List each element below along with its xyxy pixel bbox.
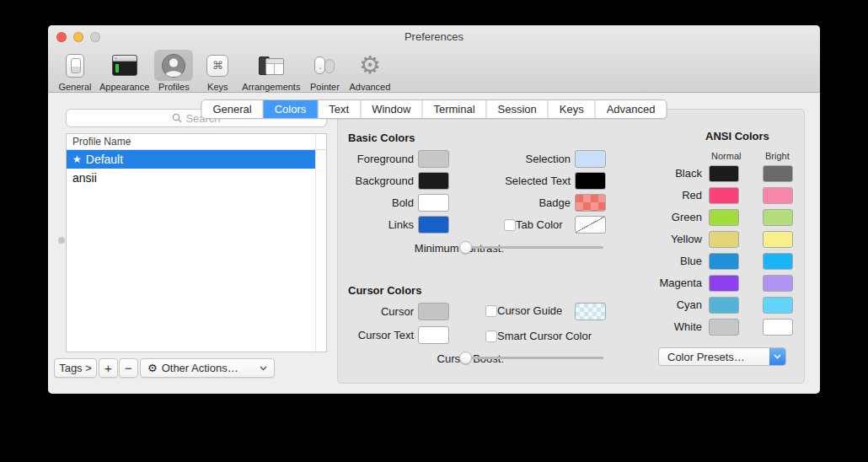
- ansi-black-normal-swatch[interactable]: [709, 165, 739, 182]
- tab-color-checkbox[interactable]: [504, 219, 516, 231]
- cursor-guide-label: Cursor Guide: [497, 304, 571, 317]
- profile-list-scrollbar[interactable]: [315, 134, 326, 352]
- toolbar-item-advanced[interactable]: ⚙ Advanced: [346, 48, 393, 92]
- ansi-color-label: Black: [630, 167, 702, 180]
- chevron-down-icon: [260, 366, 267, 371]
- ansi-normal-header: Normal: [711, 151, 741, 161]
- tab-text[interactable]: Text: [318, 100, 361, 118]
- ansi-yellow-bright-swatch[interactable]: [763, 231, 793, 248]
- window-header: Preferences General × Appearance: [48, 25, 820, 93]
- tab-color-label: Tab Color: [516, 218, 571, 231]
- tags-button[interactable]: Tags >: [54, 358, 97, 378]
- tab-keys[interactable]: Keys: [549, 100, 596, 118]
- tab-content-panel: Basic Colors Foreground Background Bold …: [337, 109, 805, 384]
- slider-knob[interactable]: [459, 352, 472, 364]
- cursor-boost-slider[interactable]: [460, 352, 603, 364]
- foreground-swatch[interactable]: [418, 150, 449, 168]
- chevron-down-icon: [774, 354, 781, 359]
- cursor-guide-checkbox[interactable]: [485, 305, 497, 317]
- ansi-blue-normal-swatch[interactable]: [709, 253, 739, 270]
- screen: Preferences General × Appearance: [0, 0, 868, 462]
- ansi-magenta-bright-swatch[interactable]: [763, 275, 793, 292]
- smart-cursor-checkbox[interactable]: [485, 330, 497, 342]
- tab-colors[interactable]: Colors: [264, 100, 319, 118]
- toolbar-item-keys[interactable]: ⌘ Keys: [196, 48, 239, 92]
- ansi-cyan-normal-swatch[interactable]: [709, 297, 739, 314]
- ansi-white-normal-swatch[interactable]: [709, 319, 739, 336]
- tab-terminal[interactable]: Terminal: [422, 100, 486, 118]
- profile-row[interactable]: ansii: [67, 169, 315, 187]
- star-icon: ★: [72, 150, 82, 169]
- badge-swatch[interactable]: [575, 194, 606, 212]
- foreground-label: Foreground: [342, 153, 414, 165]
- min-contrast-slider[interactable]: [460, 241, 603, 254]
- bold-swatch[interactable]: [418, 194, 449, 212]
- cursor-text-swatch[interactable]: [418, 326, 449, 344]
- ansi-color-label: Green: [630, 211, 702, 223]
- search-icon: [172, 113, 182, 123]
- ansi-red-normal-swatch[interactable]: [709, 187, 739, 204]
- remove-profile-button[interactable]: −: [119, 358, 138, 378]
- other-actions-button[interactable]: ⚙ Other Actions…: [140, 358, 275, 378]
- ansi-blue-bright-swatch[interactable]: [763, 253, 793, 270]
- profile-list: Profile Name ★Defaultansii: [66, 133, 327, 352]
- badge-label: Badge: [482, 196, 571, 209]
- ansi-white-bright-swatch[interactable]: [763, 319, 793, 336]
- bold-label: Bold: [342, 196, 414, 209]
- keys-command-icon: ⌘: [206, 55, 228, 77]
- cursor-text-label: Cursor Text: [342, 329, 414, 341]
- toolbar-item-arrangements[interactable]: Arrangements: [239, 48, 303, 92]
- ansi-bright-header: Bright: [765, 151, 790, 161]
- ansi-green-bright-swatch[interactable]: [763, 209, 793, 226]
- basic-colors-title: Basic Colors: [348, 132, 415, 144]
- tab-color-swatch[interactable]: [575, 216, 606, 234]
- toolbar-item-appearance[interactable]: × Appearance: [97, 48, 152, 92]
- ansi-cyan-bright-swatch[interactable]: [763, 297, 793, 314]
- toolbar: General × Appearance: [53, 48, 820, 92]
- cursor-colors-title: Cursor Colors: [348, 284, 421, 297]
- ansi-colors-title: ANSI Colors: [705, 130, 769, 142]
- selected-text-label: Selected Text: [482, 175, 571, 187]
- ansi-red-bright-swatch[interactable]: [763, 187, 793, 204]
- ansi-magenta-normal-swatch[interactable]: [709, 275, 739, 292]
- toolbar-item-pointer[interactable]: Pointer: [303, 48, 346, 92]
- appearance-window-icon: ×: [112, 55, 137, 76]
- ansi-color-label: Yellow: [630, 233, 702, 245]
- add-profile-button[interactable]: +: [99, 358, 118, 378]
- selected-text-swatch[interactable]: [575, 172, 606, 190]
- tab-advanced[interactable]: Advanced: [596, 100, 667, 118]
- slider-knob[interactable]: [459, 241, 472, 254]
- profile-list-header: Profile Name: [67, 134, 326, 150]
- profiles-person-icon: [161, 53, 186, 78]
- selection-swatch[interactable]: [575, 150, 606, 168]
- links-label: Links: [342, 218, 414, 231]
- profile-row[interactable]: ★Default: [67, 150, 315, 169]
- links-swatch[interactable]: [418, 216, 449, 234]
- ansi-color-label: Magenta: [630, 277, 702, 289]
- cursor-guide-swatch[interactable]: [575, 303, 606, 320]
- ansi-yellow-normal-swatch[interactable]: [709, 231, 739, 248]
- settings-tabbar: General Colors Text Window Terminal Sess…: [201, 99, 667, 119]
- tab-window[interactable]: Window: [361, 100, 422, 118]
- preferences-window: Preferences General × Appearance: [48, 25, 820, 394]
- color-presets-dropdown[interactable]: Color Presets…: [658, 347, 786, 366]
- splitter-handle[interactable]: [58, 237, 65, 244]
- general-switch-icon: [66, 54, 84, 78]
- tab-session[interactable]: Session: [487, 100, 549, 118]
- ansi-color-label: Blue: [630, 255, 702, 267]
- background-swatch[interactable]: [418, 172, 449, 190]
- toolbar-item-profiles[interactable]: Profiles: [152, 48, 196, 92]
- ansi-color-label: Cyan: [630, 298, 702, 311]
- ansi-color-label: White: [630, 320, 702, 333]
- dropdown-cap: [769, 348, 785, 365]
- profile-name: Default: [86, 150, 123, 169]
- background-label: Background: [342, 175, 414, 187]
- toolbar-item-general[interactable]: General: [53, 48, 97, 92]
- ansi-color-label: Red: [630, 189, 702, 201]
- ansi-green-normal-swatch[interactable]: [709, 209, 739, 226]
- cursor-swatch[interactable]: [418, 303, 449, 320]
- smart-cursor-label: Smart Cursor Color: [497, 330, 615, 342]
- pointer-mouse-icon: [312, 55, 337, 77]
- tab-general[interactable]: General: [201, 100, 263, 118]
- ansi-black-bright-swatch[interactable]: [763, 165, 793, 182]
